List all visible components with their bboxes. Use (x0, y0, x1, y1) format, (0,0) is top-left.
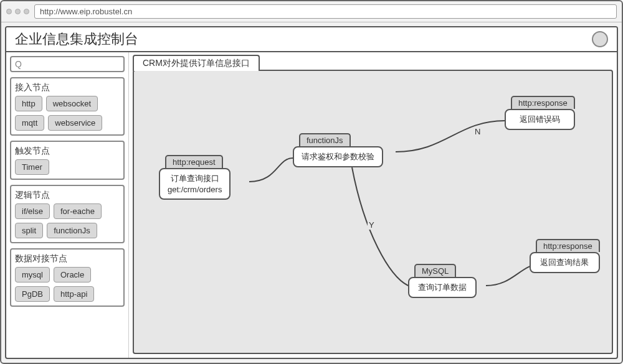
palette-group-trigger: 触发节点 Timer (10, 141, 125, 180)
palette-group-title: 逻辑节点 (15, 190, 120, 201)
node-functionjs[interactable]: functionJs 请求鉴权和参数校验 (293, 133, 383, 167)
palette-item-websocket[interactable]: websocket (46, 96, 98, 111)
palette-item-pgdb[interactable]: PgDB (15, 286, 50, 302)
node-http-request[interactable]: http:request 订单查询接口get:/crm/orders (159, 155, 231, 200)
node-tag: functionJs (299, 133, 351, 146)
app-body: Q 接入节点 http websocket mqtt webservice 触发… (6, 52, 617, 358)
node-mysql[interactable]: MySQL 查询订单数据 (408, 264, 477, 298)
palette-item-http[interactable]: http (15, 96, 42, 111)
palette-group-access: 接入节点 http websocket mqtt webservice (10, 77, 125, 136)
search-input[interactable]: Q (10, 56, 125, 72)
app-shell: 企业信息集成控制台 Q 接入节点 http websocket mqtt web… (5, 26, 618, 359)
node-http-response-error[interactable]: http:response 返回错误码 (505, 96, 575, 130)
edge-n1-n2 (249, 158, 293, 182)
palette-item-httpapi[interactable]: http-api (54, 286, 94, 302)
url-bar[interactable]: http://www.eip.robustel.cn (34, 4, 617, 19)
edge-n2-n4 (352, 167, 408, 286)
palette-item-split[interactable]: split (15, 223, 43, 238)
window-controls[interactable] (6, 9, 29, 14)
browser-window: http://www.eip.robustel.cn 企业信息集成控制台 Q 接… (0, 0, 623, 364)
page-title: 企业信息集成控制台 (15, 30, 138, 49)
edge-label-n: N (473, 127, 482, 136)
tab-strip: CRM对外提供订单信息接口 (129, 52, 617, 70)
close-icon[interactable] (6, 9, 12, 14)
palette-item-ifelse[interactable]: if/else (15, 203, 50, 219)
palette-item-oracle[interactable]: Oracle (54, 267, 91, 282)
palette-item-foreach[interactable]: for-eache (54, 203, 102, 219)
node-tag: http:response (536, 239, 600, 252)
minimize-icon[interactable] (15, 9, 21, 14)
main-area: CRM对外提供订单信息接口 N Y http:request 订单查询接口get… (128, 52, 617, 358)
search-icon: Q (15, 59, 22, 69)
node-body: 返回错误码 (505, 109, 575, 130)
palette-group-title: 触发节点 (15, 146, 120, 157)
node-body: 返回查询结果 (530, 252, 600, 273)
maximize-icon[interactable] (24, 9, 29, 14)
palette-group-logic: 逻辑节点 if/else for-eache split functionJs (10, 185, 125, 243)
app-header: 企业信息集成控制台 (6, 27, 617, 52)
palette-item-mqtt[interactable]: mqtt (15, 115, 44, 131)
node-http-response-ok[interactable]: http:response 返回查询结果 (530, 239, 600, 273)
sidebar: Q 接入节点 http websocket mqtt webservice 触发… (6, 52, 128, 358)
node-body: 查询订单数据 (408, 277, 477, 298)
avatar[interactable] (592, 31, 608, 47)
palette-group-data: 数据对接节点 mysql Oracle PgDB http-api (10, 248, 125, 307)
palette-item-timer[interactable]: Timer (15, 159, 49, 175)
node-tag: http:request (165, 155, 223, 168)
palette-group-title: 接入节点 (15, 82, 120, 93)
edge-label-y: Y (368, 220, 376, 230)
palette-item-webservice[interactable]: webservice (48, 115, 102, 131)
palette-item-mysql[interactable]: mysql (15, 267, 50, 282)
edge-n2-n3 (396, 121, 505, 152)
node-tag: MySQL (414, 264, 456, 277)
node-body: 订单查询接口get:/crm/orders (159, 168, 231, 200)
browser-toolbar: http://www.eip.robustel.cn (1, 1, 622, 22)
flow-canvas[interactable]: N Y http:request 订单查询接口get:/crm/orders f… (133, 70, 613, 354)
palette-group-title: 数据对接节点 (15, 253, 120, 264)
node-body: 请求鉴权和参数校验 (293, 146, 383, 167)
tab-crm-orders[interactable]: CRM对外提供订单信息接口 (133, 55, 260, 71)
palette-item-functionjs[interactable]: functionJs (47, 223, 97, 238)
node-tag: http:response (511, 96, 575, 109)
